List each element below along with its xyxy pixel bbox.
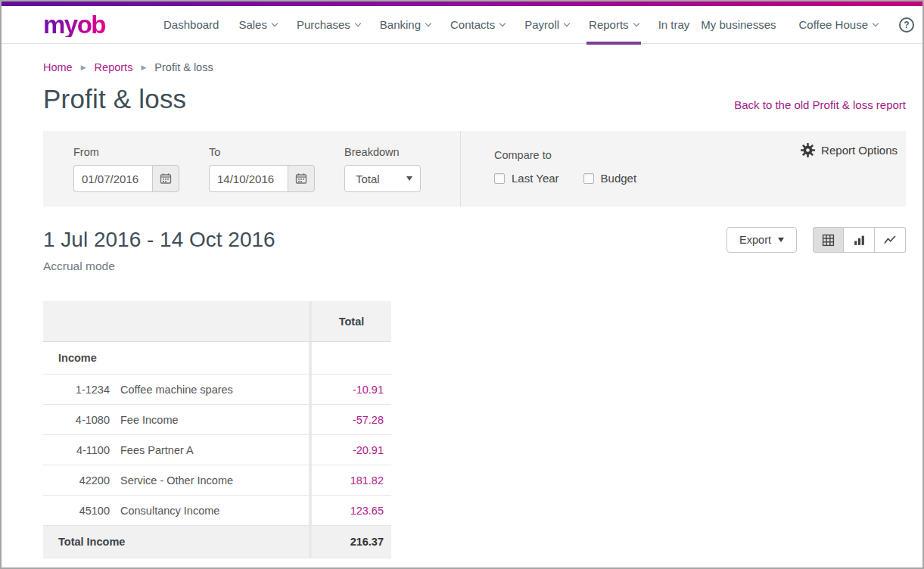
total-column-header: Total (309, 301, 391, 341)
account-code: 1-1234 (43, 384, 110, 396)
filter-date-section: From (43, 131, 460, 207)
page-content: Home ▶ Reports ▶ Profit & loss Profit & … (2, 61, 922, 558)
table-row: 1-1234 Coffee machine spares -10.91 (43, 375, 391, 405)
to-calendar-button[interactable] (288, 165, 315, 192)
chevron-down-icon (425, 20, 431, 26)
account-name: Service - Other Income (110, 474, 233, 487)
table-header-row: Total (43, 301, 391, 342)
chevron-down-icon (873, 20, 879, 26)
nav-item-banking[interactable]: Banking (370, 6, 440, 44)
chevron-down-icon (499, 20, 506, 26)
view-toggle-group (813, 227, 906, 253)
from-calendar-button[interactable] (152, 165, 179, 192)
top-navbar: myob Dashboard Sales Purchases Banking C… (2, 6, 922, 44)
breadcrumb: Home ▶ Reports ▶ Profit & loss (43, 61, 906, 73)
nav-item-in-tray[interactable]: In tray (649, 6, 700, 44)
breadcrumb-arrow-icon: ▶ (141, 64, 146, 71)
table-row: 4-1080 Fee Income -57.28 (43, 405, 391, 435)
chevron-down-icon (272, 20, 278, 26)
nav-item-purchases[interactable]: Purchases (287, 6, 370, 44)
table-row: 45100 Consultancy Income 123.65 (43, 496, 391, 526)
gear-icon (800, 142, 816, 158)
breakdown-label: Breakdown (344, 146, 421, 158)
chevron-down-icon (633, 20, 639, 26)
report-date-range: 1 Jul 2016 - 14 Oct 2016 (43, 228, 275, 252)
breadcrumb-current: Profit & loss (154, 61, 213, 73)
amount-link[interactable]: -10.91 (353, 384, 384, 396)
breadcrumb-home[interactable]: Home (43, 61, 73, 73)
account-name: Fee Income (110, 414, 179, 426)
amount-link[interactable]: -57.28 (353, 414, 384, 426)
account-name: Consultancy Income (110, 505, 219, 517)
nav-item-sales[interactable]: Sales (229, 6, 287, 44)
income-section-row: Income (43, 342, 391, 375)
filter-panel: From (43, 131, 906, 207)
caret-down-icon (778, 238, 784, 242)
export-button[interactable]: Export (726, 227, 797, 253)
caret-down-icon (406, 176, 412, 181)
account-code: 45100 (43, 505, 110, 517)
amount-link[interactable]: -20.91 (353, 444, 384, 456)
chevron-down-icon (355, 20, 361, 26)
report-options-label: Report Options (821, 144, 898, 157)
to-date-field: To (209, 146, 315, 207)
line-chart-icon (883, 234, 897, 246)
bar-chart-view-button[interactable] (844, 227, 875, 253)
nav-item-contacts[interactable]: Contacts (440, 6, 515, 44)
from-date-field: From (73, 146, 179, 207)
nav-item-dashboard[interactable]: Dashboard (154, 6, 229, 44)
breakdown-select[interactable]: Total (344, 165, 421, 192)
app-window: myob Dashboard Sales Purchases Banking C… (0, 0, 924, 569)
breadcrumb-reports[interactable]: Reports (95, 61, 133, 73)
bar-chart-icon (853, 234, 866, 247)
last-year-label: Last Year (512, 172, 559, 185)
amount-link[interactable]: 123.65 (350, 505, 384, 517)
amount-link[interactable]: 181.82 (350, 474, 384, 487)
breakdown-selected-value: Total (356, 173, 380, 185)
from-label: From (73, 146, 179, 158)
table-row: 42200 Service - Other Income 181.82 (43, 465, 391, 496)
back-to-old-report-link[interactable]: Back to the old Profit & loss report (734, 98, 906, 111)
table-view-button[interactable] (813, 227, 844, 253)
breadcrumb-arrow-icon: ▶ (81, 64, 86, 71)
table-row: 4-1100 Fees Partner A -20.91 (43, 435, 391, 465)
line-chart-view-button[interactable] (875, 227, 906, 253)
nav-item-payroll[interactable]: Payroll (515, 6, 579, 44)
section-label: Income (43, 352, 97, 364)
account-column-header (43, 301, 309, 341)
navbar-right: My businesses Coffee House ? (699, 6, 914, 44)
main-menu: Dashboard Sales Purchases Banking Contac… (154, 6, 699, 44)
profit-loss-table: Total Income 1-1234 Coffee machine spare… (43, 301, 391, 558)
nav-item-reports[interactable]: Reports (579, 6, 649, 44)
account-name: Coffee machine spares (110, 384, 233, 396)
budget-checkbox-row: Budget (583, 172, 637, 185)
accounting-mode-label: Accrual mode (43, 260, 906, 273)
export-label: Export (739, 234, 771, 246)
last-year-checkbox[interactable] (494, 173, 505, 184)
breakdown-field: Breakdown Total (344, 146, 421, 207)
account-code: 4-1100 (43, 444, 110, 456)
my-businesses-link[interactable]: My businesses (699, 6, 777, 44)
last-year-checkbox-row: Last Year (494, 172, 559, 185)
account-name: Fees Partner A (110, 444, 194, 456)
account-code: 4-1080 (43, 414, 110, 426)
budget-checkbox[interactable] (583, 173, 594, 184)
to-label: To (209, 146, 315, 158)
total-income-amount: 216.37 (350, 536, 384, 548)
business-switcher[interactable]: Coffee House (798, 6, 879, 44)
report-options-button[interactable]: Report Options (800, 142, 898, 158)
total-income-label: Total Income (43, 536, 125, 548)
calendar-icon (295, 173, 307, 185)
report-heading-row: 1 Jul 2016 - 14 Oct 2016 Export (43, 227, 906, 253)
budget-label: Budget (601, 172, 637, 185)
account-code: 42200 (43, 474, 110, 487)
table-view-icon (822, 234, 835, 247)
chevron-down-icon (564, 20, 570, 26)
calendar-icon (160, 173, 172, 185)
myob-logo[interactable]: myob (43, 12, 105, 37)
help-icon[interactable]: ? (899, 17, 914, 33)
from-date-input[interactable] (73, 165, 152, 192)
title-row: Profit & loss Back to the old Profit & l… (43, 84, 906, 114)
page-title: Profit & loss (43, 84, 186, 114)
to-date-input[interactable] (209, 165, 288, 192)
